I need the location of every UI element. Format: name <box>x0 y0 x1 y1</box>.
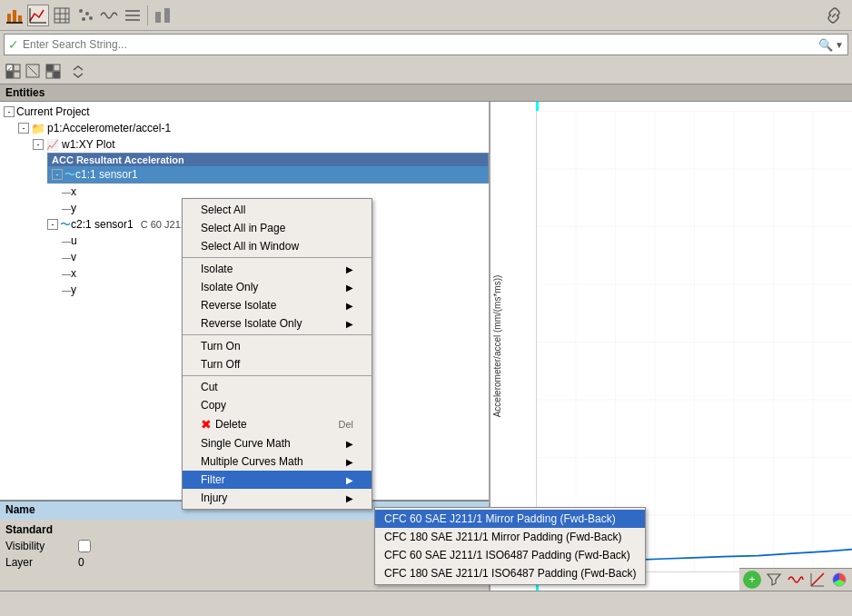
svg-rect-25 <box>14 72 20 78</box>
ctx-reverse-isolate-only-label: Reverse Isolate Only <box>201 317 302 330</box>
submenu-cfc180-mirror-fwd[interactable]: CFC 180 SAE J211/1 Mirror Padding (Fwd-B… <box>375 528 645 546</box>
color-wheel-icon[interactable] <box>830 571 848 589</box>
c2-y-label: y <box>71 283 76 296</box>
submenu-cfc60-mirror-fwd-label: CFC 60 SAE J211/1 Mirror Padding (Fwd-Ba… <box>384 512 616 525</box>
scatter-icon[interactable] <box>74 5 96 26</box>
tree-item-c1[interactable]: - 〜 c1:1 sensor1 <box>48 166 488 183</box>
status-bar <box>0 591 852 616</box>
wave-icon[interactable] <box>98 5 120 26</box>
expand-c2[interactable]: - <box>47 219 58 230</box>
grid-icon[interactable] <box>51 5 73 26</box>
expand-c1[interactable]: - <box>52 169 63 180</box>
ctx-turn-off-label: Turn Off <box>201 358 240 371</box>
curve-wave-icon-c1: 〜 <box>64 167 75 183</box>
prop-visibility-checkbox[interactable] <box>78 540 91 552</box>
ctx-isolate-only-label: Isolate Only <box>201 281 258 293</box>
search-input[interactable] <box>23 38 818 51</box>
filter2-icon[interactable] <box>765 571 783 589</box>
ctx-turn-on-label: Turn On <box>201 340 241 353</box>
mini-toolbar: ✓ <box>0 58 852 84</box>
y-axis-label-text: Accelerometer/accel (mm/(ms*ms)) <box>492 275 502 418</box>
ctx-select-all-page[interactable]: Select All in Page <box>183 219 372 237</box>
svg-rect-23 <box>14 65 20 71</box>
c2-u-label: u <box>71 234 77 247</box>
bar2-icon[interactable] <box>152 5 173 26</box>
collapse-expand-icon[interactable] <box>69 62 87 80</box>
ctx-select-all[interactable]: Select All <box>183 201 372 219</box>
uncheck-all-icon[interactable] <box>24 62 42 80</box>
current-project-label: Current Project <box>16 105 90 118</box>
ctx-sep-1 <box>183 257 372 258</box>
svg-rect-18 <box>155 12 161 23</box>
curve-c1-header-group: ACC Resultant Acceleration - 〜 c1:1 sens… <box>47 153 489 184</box>
submenu-cfc60-mirror-fwd[interactable]: CFC 60 SAE J211/1 Mirror Padding (Fwd-Ba… <box>375 510 645 528</box>
ctx-single-curve-math[interactable]: Single Curve Math ▶ <box>183 434 372 452</box>
ctx-select-all-label: Select All <box>201 204 245 216</box>
multi-line-icon[interactable] <box>122 5 144 26</box>
ctx-sep-3 <box>183 375 372 376</box>
svg-point-13 <box>82 17 85 21</box>
link-icon[interactable] <box>823 5 845 26</box>
ctx-filter[interactable]: Filter ▶ <box>183 471 372 489</box>
ctx-injury-arrow: ▶ <box>346 493 353 503</box>
svg-rect-31 <box>54 72 60 78</box>
c1-label: c1:1 sensor1 <box>75 168 138 181</box>
expand-current-project[interactable]: - <box>4 106 15 117</box>
curve-header-bar: ACC Resultant Acceleration <box>48 154 488 166</box>
c1-x-label: x <box>71 185 76 198</box>
ctx-delete-icon: ✖ <box>201 417 212 432</box>
ctx-delete-shortcut: Del <box>338 419 353 430</box>
line-chart-icon[interactable] <box>27 5 49 26</box>
ctx-turn-on[interactable]: Turn On <box>183 337 372 355</box>
ctx-copy[interactable]: Copy <box>183 396 372 414</box>
c2-v-label: v <box>71 251 76 263</box>
tree-item-w1[interactable]: - 📈 w1:XY Plot <box>0 136 489 153</box>
sub-icon-c2-y: — <box>62 285 71 295</box>
ctx-copy-label: Copy <box>201 399 226 412</box>
check-all-icon[interactable]: ✓ <box>4 62 22 80</box>
svg-rect-2 <box>18 15 22 23</box>
search-bar[interactable]: ✓ 🔍 ▼ <box>4 34 848 55</box>
ctx-cut[interactable]: Cut <box>183 378 372 396</box>
axis-icon[interactable] <box>808 571 827 589</box>
c1-y-label: y <box>71 202 76 214</box>
expand-p1[interactable]: - <box>18 123 29 134</box>
search-dropdown-icon[interactable]: ▼ <box>835 40 844 50</box>
svg-line-27 <box>28 66 37 75</box>
ctx-reverse-isolate[interactable]: Reverse Isolate ▶ <box>183 296 372 314</box>
folder-icon-p1: 📁 <box>31 121 45 135</box>
check-partial-icon[interactable] <box>44 62 62 80</box>
ctx-reverse-isolate-arrow: ▶ <box>346 301 353 311</box>
ctx-reverse-isolate-only[interactable]: Reverse Isolate Only ▶ <box>183 314 372 333</box>
svg-rect-28 <box>46 65 53 71</box>
submenu-cfc60-iso-fwd[interactable]: CFC 60 SAE J211/1 ISO6487 Padding (Fwd-B… <box>375 546 645 564</box>
wave2-icon[interactable] <box>787 571 805 589</box>
ctx-injury[interactable]: Injury ▶ <box>183 489 372 507</box>
search-button[interactable]: 🔍 <box>818 38 833 52</box>
bar-chart-icon[interactable] <box>4 5 25 26</box>
c2-x-label: x <box>71 267 76 280</box>
context-menu: Select All Select All in Page Select All… <box>182 198 372 510</box>
sub-icon-c2-v: — <box>62 253 71 263</box>
ctx-isolate[interactable]: Isolate ▶ <box>183 260 372 278</box>
search-check-icon: ✓ <box>8 37 19 52</box>
svg-rect-19 <box>164 8 170 23</box>
tree-item-current-project[interactable]: - Current Project <box>0 104 489 120</box>
ctx-delete[interactable]: ✖ Delete Del <box>183 414 372 434</box>
ctx-multiple-curves-math-arrow: ▶ <box>346 457 353 467</box>
ctx-isolate-arrow: ▶ <box>346 264 353 274</box>
expand-w1[interactable]: - <box>33 139 44 150</box>
ctx-multiple-curves-math[interactable]: Multiple Curves Math ▶ <box>183 452 372 471</box>
c2-label: c2:1 sensor1 <box>71 218 134 231</box>
svg-point-14 <box>89 16 93 20</box>
entities-header: Entities <box>0 84 852 102</box>
submenu-cfc180-iso-fwd[interactable]: CFC 180 SAE J211/1 ISO6487 Padding (Fwd-… <box>375 564 645 582</box>
tree-item-p1[interactable]: - 📁 p1:Accelerometer/accel-1 <box>0 120 489 136</box>
ctx-sep-2 <box>183 334 372 335</box>
add-chart-button[interactable]: + <box>743 571 761 589</box>
ctx-isolate-only[interactable]: Isolate Only ▶ <box>183 278 372 296</box>
ctx-select-all-window[interactable]: Select All in Window <box>183 237 372 255</box>
ctx-turn-off[interactable]: Turn Off <box>183 355 372 373</box>
ctx-delete-label: Delete <box>215 418 247 431</box>
prop-visibility-label: Visibility <box>5 540 78 552</box>
